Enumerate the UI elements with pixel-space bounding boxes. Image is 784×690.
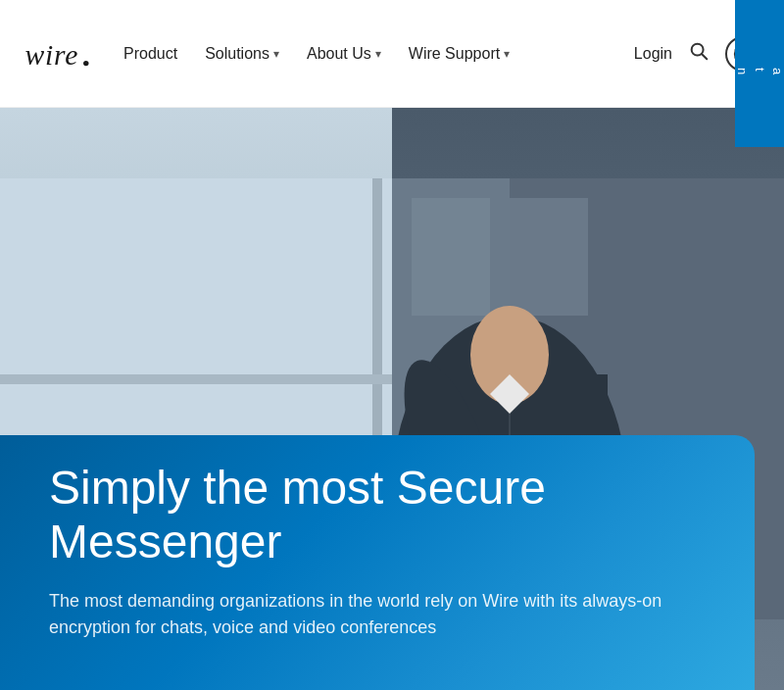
contact-tab-label: Contact	[697, 68, 784, 78]
logo[interactable]: wire	[24, 31, 92, 75]
svg-rect-12	[0, 374, 392, 384]
main-nav: Product Solutions ▾ About Us ▾ Wire Supp…	[123, 45, 634, 63]
nav-solutions[interactable]: Solutions ▾	[205, 45, 279, 63]
hero-subtitle: The most demanding organizations in the …	[49, 588, 676, 641]
svg-rect-16	[510, 198, 588, 316]
login-button[interactable]: Login	[634, 45, 672, 63]
nav-product[interactable]: Product	[123, 45, 177, 63]
nav-wire-support[interactable]: Wire Support ▾	[409, 45, 510, 63]
about-chevron-icon: ▾	[375, 47, 381, 61]
solutions-chevron-icon: ▾	[273, 47, 279, 61]
contact-tab[interactable]: Contact	[735, 0, 784, 147]
nav-about-us[interactable]: About Us ▾	[307, 45, 381, 63]
svg-point-1	[83, 61, 88, 66]
svg-text:wire: wire	[25, 39, 79, 71]
hero-content: Simply the most Secure Messenger The mos…	[0, 421, 745, 690]
header: wire Product Solutions ▾ About Us ▾ Wire…	[0, 0, 784, 108]
svg-line-3	[702, 54, 707, 59]
hero-title: Simply the most Secure Messenger	[49, 461, 696, 568]
hero-section: Simply the most Secure Messenger The mos…	[0, 108, 784, 690]
wire-logo-icon: wire	[24, 31, 92, 75]
svg-rect-15	[412, 198, 490, 316]
search-icon[interactable]	[688, 40, 710, 67]
support-chevron-icon: ▾	[504, 47, 510, 61]
